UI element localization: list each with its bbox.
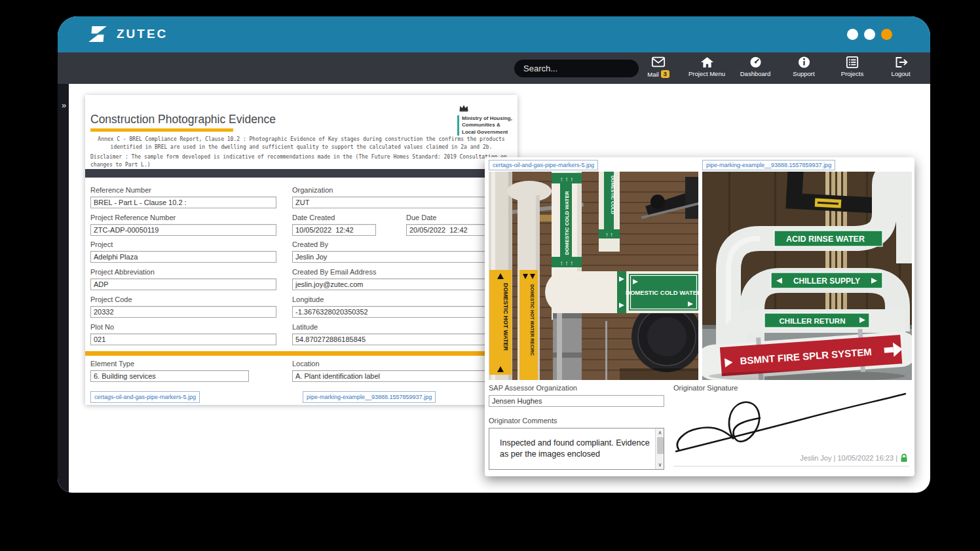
element-type-label: Element Type [90,360,249,368]
arrow-icons: ↑ ↑ ↑ [560,259,574,267]
organization-input[interactable] [292,197,511,208]
pipe-label-cold-short: DOMESTIC COLD [611,176,615,214]
pipe-label-cold-vertical: DOMESTIC COLD WATER [564,191,570,255]
plot-no-input[interactable] [90,333,276,345]
lock-icon [900,453,908,463]
zutec-logo-icon [85,24,110,44]
nav-item-projects[interactable]: Projects [828,56,876,78]
nav-item-project-menu[interactable]: Project Menu [683,56,731,78]
arrow-icons: ↑ ↑ [605,231,613,238]
photo-pipe-markers[interactable]: DOMESTIC HOT WATER DOMESTIC HOT WATER RE… [489,172,698,380]
nav-label-dashboard: Dashboard [740,70,770,77]
nav-item-dashboard[interactable]: Dashboard [731,56,780,78]
pipe-label-recirc: DOMESTIC HOT WATER RECIRC [530,284,535,356]
info-icon [798,56,810,69]
disclaimer-line-1: Disclaimer : The sample form developed i… [90,154,507,168]
signature-scribble [673,390,909,456]
field-sap-assessor: SAP Assessor Organization [489,384,664,407]
nav-item-support[interactable]: Support [780,56,828,78]
sap-assessor-label: SAP Assessor Organization [489,384,664,392]
project-reference-number-input[interactable] [90,224,276,236]
logout-icon [894,56,908,69]
form-title: Construction Photographic Evidence [90,113,276,126]
pipe-label-hot: DOMESTIC HOT WATER [502,283,509,351]
ministry-line-3: Local Government [462,129,514,136]
pipe-label-acid: ACID RINSE WATER [786,235,865,244]
field-organization: Organization [292,186,511,208]
dot-white-1 [847,29,858,40]
photo1-caption-link[interactable]: certags-oil-and-gas-pipe-markers-5.jpg [489,160,598,170]
field-latitude: Latitude [292,323,511,345]
field-element-type: Element Type [90,360,249,382]
sidebar-expand-chevron-icon[interactable]: » [58,100,69,110]
scroll-thumb[interactable] [657,437,664,454]
reference-number-label: Reference Number [90,186,276,194]
grid-list-icon [846,56,859,69]
nav-label-mail: Mail [647,71,658,78]
nav-items: Mail3 Project Menu Dashboard [634,56,925,78]
pipe-label-cold-horizontal: DOMESTIC COLD WATER [626,289,698,296]
created-by-input[interactable] [292,251,511,263]
field-project-reference-number: Project Reference Number [90,214,276,236]
field-date-created: Date Created [292,214,376,236]
form-intro-text: Annex C - BREL Compliance Report, Clause… [90,136,512,152]
pipe-label-supply: CHILLER SUPPLY [793,276,860,286]
created-by-email-input[interactable] [292,278,511,290]
home-icon [700,56,714,69]
crown-icon [459,104,469,112]
project-input[interactable] [90,251,276,263]
reference-number-input[interactable] [90,197,276,208]
field-created-by: Created By [292,240,511,263]
field-location: Location [292,360,511,382]
acid-rinse-label: ACID RINSE WATER [774,231,882,246]
nav-item-mail[interactable]: Mail3 [634,56,683,78]
form-card: Construction Photographic Evidence Minis… [85,95,518,405]
date-created-label: Date Created [292,214,376,221]
field-project-code: Project Code [90,295,276,318]
dot-orange [881,29,892,40]
nav-label-project-menu: Project Menu [688,70,725,77]
longitude-input[interactable] [292,306,511,318]
mail-icon [651,56,666,69]
form-section-bar [85,169,518,178]
project-abbreviation-label: Project Abbreviation [90,268,276,276]
latitude-input[interactable] [292,333,511,345]
sidebar-strip [58,84,69,493]
element-type-input[interactable] [90,370,249,382]
organization-label: Organization [292,186,511,194]
location-input[interactable] [292,370,511,382]
mail-badge: 3 [661,70,669,78]
sap-assessor-input[interactable] [489,395,664,407]
scroll-down-icon[interactable]: ∨ [656,462,664,468]
date-created-input[interactable] [292,224,376,236]
photo-pipe-marking-example[interactable]: ACID RINSE WATER CHILLER SUPPLY CHILLER … [702,172,912,380]
project-code-input[interactable] [90,306,276,318]
field-reference-number: Reference Number [90,186,276,208]
longitude-label: Longitude [292,295,511,303]
titlebar: ZUTEC [58,16,930,52]
signature-meta-text: Jeslin Joy | 10/05/2022 16:23 | [800,454,897,462]
attachment-link-1[interactable]: certags-oil-and-gas-pipe-markers-5.jpg [90,391,200,403]
ministry-logo: Ministry of Housing, Communities & Local… [457,103,514,136]
nav-label-projects: Projects [841,70,863,77]
project-code-label: Project Code [90,295,276,303]
attachment-link-2[interactable]: pipe-marking-example__93888.1557859937.j… [303,391,436,403]
nav-label-logout: Logout [891,70,910,77]
signature-canvas[interactable] [673,390,909,456]
originator-comments-label: Originator Comments [489,417,557,425]
latitude-label: Latitude [292,323,511,331]
nav-item-logout[interactable]: Logout [876,56,925,78]
comments-scrollbar[interactable]: ∧ ∨ [655,428,664,469]
project-abbreviation-input[interactable] [90,278,276,290]
location-label: Location [292,360,511,368]
title-accent-bar [90,128,233,132]
scroll-up-icon[interactable]: ∧ [656,430,664,436]
originator-comments-box[interactable]: Inspected and found compliant. Evidence … [489,428,664,470]
field-project-abbreviation: Project Abbreviation [90,268,276,290]
photo2-caption-link[interactable]: pipe-marking-example__93888.1557859937.j… [702,160,835,170]
field-created-by-email: Created By Email Address [292,268,511,290]
search-bar[interactable] [514,60,639,77]
traffic-dots [847,29,892,40]
search-input[interactable] [523,64,639,73]
dot-white-2 [864,29,875,40]
